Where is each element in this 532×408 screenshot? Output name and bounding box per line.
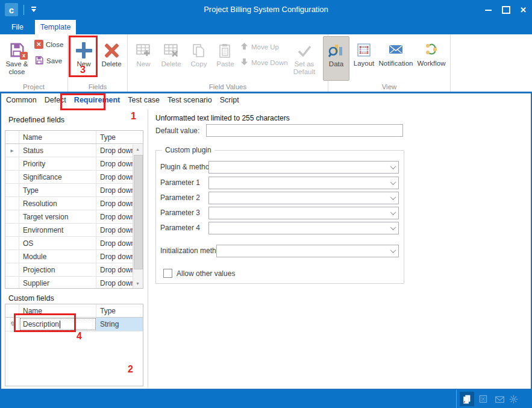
header-type: Type (96, 304, 143, 317)
move-up-arrow-icon (240, 42, 249, 52)
close-button[interactable]: ✕ Close (34, 40, 63, 49)
table-row[interactable]: Significance Drop down (5, 171, 143, 184)
group-label-fields: Fields (68, 83, 127, 90)
tab-requirement[interactable]: Requirement (74, 96, 120, 104)
table-row[interactable]: Environment Drop down (5, 224, 143, 237)
default-value-label: Default value: (155, 127, 199, 135)
chevron-down-icon (388, 222, 398, 234)
chevron-down-icon (388, 192, 398, 204)
custom-plugin-group: Custom plugin Plugin & method Parameter … (155, 150, 404, 284)
scroll-up-icon[interactable]: ▲ (133, 145, 142, 154)
table-row[interactable]: ▸ Status Drop down (5, 144, 143, 157)
name-edit-cell[interactable]: Description (19, 318, 96, 331)
row-indicator (5, 184, 19, 196)
table-row[interactable]: Resolution Drop down (5, 197, 143, 210)
template-tab-strip: Common Defect Requirement Test case Test… (6, 96, 239, 104)
table-row-editing[interactable]: ✎ Description String (5, 318, 143, 331)
close-label: Close (46, 41, 63, 48)
layout-view-button[interactable]: Layout (350, 36, 378, 67)
table-row[interactable]: Module Drop down (5, 250, 143, 263)
default-value-input[interactable] (206, 124, 403, 137)
layout-icon (356, 36, 372, 58)
close-icon: ✕ (520, 5, 527, 14)
move-up-button: Move Up (240, 42, 279, 52)
maximize-icon (502, 6, 510, 14)
vertical-scrollbar[interactable]: ▲ ▼ (133, 145, 143, 288)
table-row[interactable]: Type Drop down (5, 184, 143, 197)
tab-defect[interactable]: Defect (45, 96, 66, 104)
table-row[interactable]: Projection Drop down (5, 263, 143, 277)
parameter3-label: Parameter 3 (160, 209, 200, 217)
layout-view-icon[interactable] (476, 392, 490, 406)
cell-name: Environment (19, 224, 96, 236)
set-default-label1: Set as (295, 60, 315, 68)
scrollbar-thumb[interactable] (134, 155, 143, 269)
table-row[interactable]: Target version Drop down (5, 210, 143, 224)
table-row[interactable]: OS Drop down (5, 237, 143, 250)
header-name: Name (19, 131, 96, 143)
allow-other-values-label: Allow other values (177, 269, 235, 278)
data-view-icon[interactable] (460, 392, 474, 406)
table-row[interactable]: Priority Drop down (5, 157, 143, 171)
ribbon-group-view: Data Layout Notification Workflow (328, 34, 451, 92)
cell-name: Module (19, 250, 96, 263)
set-as-default-button: Set as Default (288, 37, 321, 76)
save-and-close-button[interactable]: x Save & close (2, 37, 31, 76)
workflow-label: Workflow (417, 60, 445, 67)
scroll-down-icon[interactable]: ▼ (133, 279, 142, 288)
ribbon: x Save & close ✕ Close Save Project New (0, 34, 532, 92)
row-indicator (5, 277, 19, 289)
tab-script[interactable]: Script (220, 96, 239, 104)
row-indicator (5, 210, 19, 223)
ribbon-group-project: x Save & close ✕ Close Save Project (0, 34, 68, 92)
new-field-button[interactable]: New (70, 37, 97, 68)
close-badge-icon: x (20, 52, 28, 60)
parameter3-select[interactable] (208, 207, 399, 219)
ribbon-group-fields: New Delete Fields (68, 34, 128, 92)
maximize-button[interactable] (497, 0, 515, 20)
initialization-method-select[interactable] (216, 245, 399, 257)
parameter2-select[interactable] (208, 192, 399, 204)
custom-fields-title: Custom fields (8, 294, 54, 303)
move-down-label: Move Down (251, 59, 288, 66)
allow-other-values-checkbox[interactable] (163, 269, 172, 278)
new-plus-icon (76, 37, 92, 58)
workflow-view-button[interactable]: Workflow (415, 36, 448, 67)
plugin-method-label: Plugin & method (160, 163, 213, 171)
close-window-button[interactable]: ✕ (515, 0, 532, 20)
predefined-fields-title: Predefined fields (8, 116, 64, 124)
data-view-button[interactable]: Data (323, 36, 349, 81)
parameter4-select[interactable] (208, 222, 399, 234)
notification-envelope-icon (387, 36, 404, 58)
row-indicator (5, 197, 19, 210)
notification-view-icon[interactable] (492, 392, 507, 406)
save-icon (34, 55, 44, 66)
tab-test-case[interactable]: Test case (128, 96, 160, 104)
cell-name: Significance (19, 171, 96, 183)
table-row[interactable]: Supplier Drop down (5, 277, 143, 289)
tab-common[interactable]: Common (6, 96, 37, 104)
row-indicator (5, 263, 19, 276)
parameter2-label: Parameter 2 (160, 193, 200, 202)
chevron-down-icon (388, 177, 398, 189)
header-type: Type (96, 131, 143, 143)
copy-icon (191, 37, 207, 58)
notification-view-button[interactable]: Notification (378, 36, 414, 67)
minimize-button[interactable] (480, 0, 497, 20)
titlebar: c Project Billing System Configuration ✕ (0, 0, 532, 20)
plugin-method-select[interactable] (208, 161, 399, 174)
save-button[interactable]: Save (34, 55, 62, 66)
parameter1-select[interactable] (208, 177, 399, 189)
header-indicator-cell (5, 131, 19, 143)
tab-template[interactable]: Template (35, 20, 76, 34)
chevron-down-icon (388, 245, 398, 257)
workflow-view-icon[interactable] (506, 392, 521, 406)
move-up-label: Move Up (251, 43, 279, 51)
tab-file[interactable]: File (4, 20, 31, 34)
app-window: c Project Billing System Configuration ✕… (0, 0, 532, 408)
parameter1-label: Parameter 1 (160, 178, 200, 187)
delete-field-button[interactable]: Delete (98, 37, 125, 68)
set-default-label2: Default (293, 68, 315, 76)
tab-test-scenario[interactable]: Test scenario (167, 96, 212, 104)
cell-name: Status (19, 144, 96, 157)
